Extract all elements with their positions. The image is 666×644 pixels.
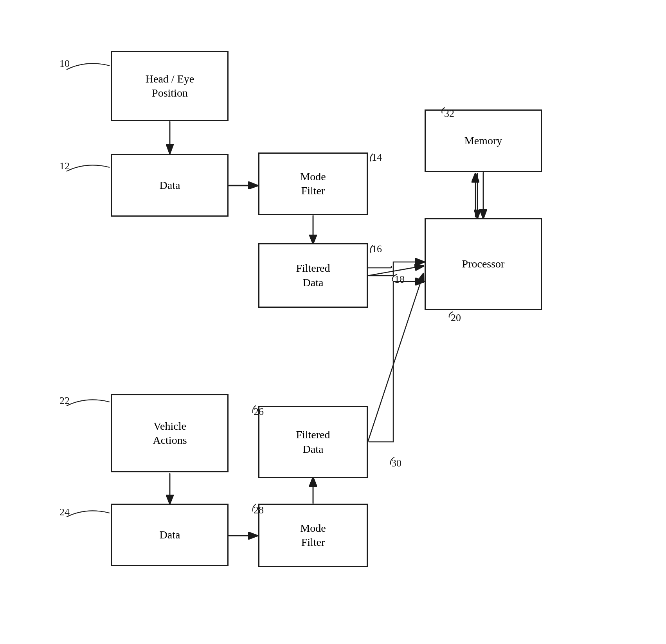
mode-filter-top-box: ModeFilter xyxy=(258,152,368,215)
filtered-data-top-label: FilteredData xyxy=(296,261,330,290)
curve-18 xyxy=(389,273,399,283)
curve-10 xyxy=(63,58,113,74)
mode-filter-top-label: ModeFilter xyxy=(300,170,326,198)
head-eye-position-label: Head / EyePosition xyxy=(146,72,194,100)
head-eye-position-box: Head / EyePosition xyxy=(111,51,229,121)
vehicle-actions-label: VehicleActions xyxy=(153,419,187,448)
curve-22 xyxy=(63,394,113,410)
data-bottom-box: Data xyxy=(111,504,229,566)
curve-30 xyxy=(387,456,396,466)
memory-label: Memory xyxy=(464,134,502,148)
mode-filter-bottom-label: ModeFilter xyxy=(300,521,326,550)
data-top-box: Data xyxy=(111,154,229,217)
curve-12 xyxy=(63,160,113,175)
curve-16 xyxy=(367,243,375,255)
filtered-data-top-box: FilteredData xyxy=(258,243,368,308)
filtered-data-bottom-label: FilteredData xyxy=(296,428,330,456)
diagram-container: Head / EyePosition 10 Data 12 ModeFilter… xyxy=(0,0,666,644)
curve-24 xyxy=(63,505,113,521)
data-top-label: Data xyxy=(160,178,180,192)
mode-filter-bottom-box: ModeFilter xyxy=(258,504,368,567)
curve-32 xyxy=(439,106,447,114)
curve-20 xyxy=(445,310,455,318)
curve-14 xyxy=(367,152,375,163)
filtered-data-bottom-box: FilteredData xyxy=(258,406,368,478)
data-bottom-label: Data xyxy=(160,528,180,542)
curve-28 xyxy=(249,404,259,414)
processor-label: Processor xyxy=(462,257,505,271)
curve-26 xyxy=(249,503,259,513)
vehicle-actions-box: VehicleActions xyxy=(111,394,229,472)
memory-box: Memory xyxy=(425,109,542,172)
svg-line-11 xyxy=(368,274,423,442)
processor-box: Processor xyxy=(425,218,542,310)
